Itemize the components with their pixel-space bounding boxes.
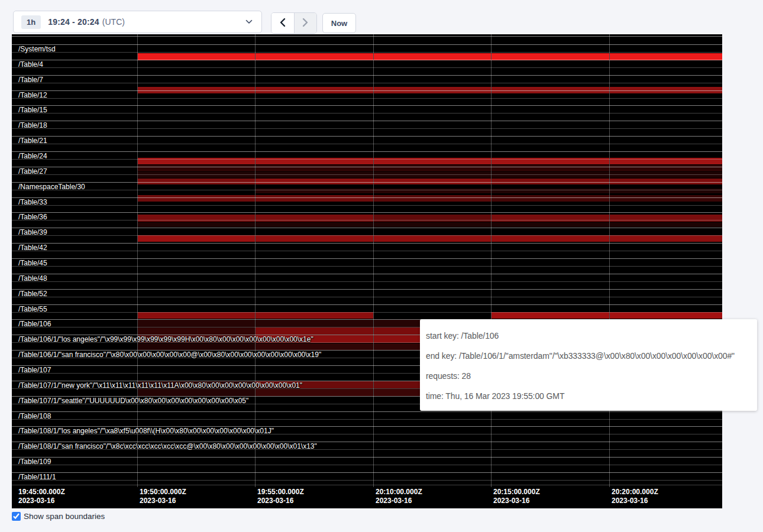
heatmap-band-cell[interactable] [255, 235, 373, 242]
heatmap-band-cell[interactable] [137, 172, 255, 178]
next-time-button[interactable] [294, 13, 317, 33]
span-boundary-line [12, 258, 722, 259]
span-boundary-line [12, 297, 722, 297]
heatmap-band-cell[interactable] [255, 312, 373, 319]
span-boundary-line [12, 90, 722, 91]
span-boundary-line [12, 485, 722, 485]
heatmap-band-cell[interactable] [373, 165, 491, 171]
key-visualizer-canvas[interactable]: /System/tsd/Table/4/Table/7/Table/12/Tab… [12, 34, 722, 508]
span-boundary-line [12, 60, 722, 60]
span-boundary-line [12, 159, 722, 160]
time-range-badge: 1h [21, 15, 41, 29]
span-boundary-line [12, 304, 722, 305]
toolbar: 1h 19:24 - 20:24 (UTC) Now [0, 0, 763, 34]
row-key-label: /Table/24 [18, 152, 47, 160]
heatmap-band-cell[interactable] [491, 172, 609, 178]
heatmap-band-cell[interactable] [255, 165, 373, 171]
tooltip-end-key: end key: /Table/106/1/"amsterdam"/"\xb33… [426, 346, 751, 366]
row-key-label: /Table/21 [18, 137, 47, 145]
heatmap-band-cell[interactable] [137, 343, 255, 350]
now-button[interactable]: Now [322, 13, 356, 33]
heatmap-band-cell[interactable] [255, 215, 373, 222]
heatmap-band-cell[interactable] [255, 343, 373, 350]
row-key-label: /Table/12 [18, 91, 47, 99]
previous-time-button[interactable] [271, 13, 294, 33]
row-key-label: /Table/106/1/"los angeles"/"\x99\x99\x99… [18, 335, 313, 343]
row-key-label: /Table/111/1 [18, 473, 56, 481]
row-key-label: /Table/108 [18, 412, 51, 420]
row-key-label: /Table/108/1/"los angeles"/"\xa8\xf5\u00… [18, 427, 274, 435]
heatmap-band-cell[interactable] [491, 222, 609, 227]
heatmap-band-cell[interactable] [255, 172, 373, 178]
heatmap-band-cell[interactable] [373, 222, 491, 227]
span-boundary-line [12, 190, 722, 190]
heatmap-band-cell[interactable] [491, 312, 609, 319]
x-axis-time-label: 20:15:00.000Z [493, 488, 540, 497]
heatmap-band-cell[interactable] [255, 389, 373, 396]
span-boundary-line [12, 98, 722, 99]
span-boundary-line [12, 243, 722, 244]
span-tooltip: start key: /Table/106 end key: /Table/10… [420, 319, 757, 411]
heatmap-band-cell[interactable] [137, 222, 255, 227]
span-boundary-line [12, 212, 722, 213]
heatmap-band-cell[interactable] [609, 312, 722, 319]
heatmap-band-cell[interactable] [491, 215, 609, 222]
heatmap-band-cell[interactable] [137, 312, 255, 319]
heatmap-band-cell[interactable] [609, 235, 722, 242]
show-span-boundaries-checkbox[interactable] [12, 512, 21, 521]
heatmap-band-cell[interactable] [137, 320, 255, 327]
row-key-label: /NamespaceTable/30 [18, 183, 85, 191]
span-boundary-line [12, 312, 722, 313]
heatmap-band-cell[interactable] [255, 327, 373, 335]
heatmap-band-cell[interactable] [255, 179, 373, 184]
span-boundary-line [12, 411, 722, 412]
span-boundary-line [12, 472, 722, 473]
span-boundary-line [12, 220, 722, 220]
heatmap-band-cell[interactable] [609, 165, 722, 171]
row-key-label: /Table/106 [18, 320, 51, 328]
span-boundary-line [12, 251, 722, 251]
x-axis-time-label: 19:45:00.000Z [18, 488, 65, 497]
heatmap-band-cell[interactable] [137, 195, 255, 202]
heatmap-band-cell[interactable] [609, 195, 722, 202]
heatmap-band-cell[interactable] [137, 235, 255, 242]
heatmap-band-cell[interactable] [255, 195, 373, 202]
row-key-label: /Table/55 [18, 305, 47, 313]
x-axis-time-label: 19:50:00.000Z [140, 488, 186, 497]
heatmap-band-cell[interactable] [491, 165, 609, 171]
heatmap-band-cell[interactable] [491, 179, 609, 184]
span-boundary-line [12, 36, 722, 37]
row-key-label: /Table/45 [18, 259, 47, 267]
heatmap-band-cell[interactable] [373, 179, 491, 184]
heatmap-band-cell[interactable] [373, 195, 491, 202]
heatmap-band-cell[interactable] [609, 172, 722, 178]
heatmap-band-cell[interactable] [137, 215, 255, 222]
span-boundary-line [12, 289, 722, 290]
span-boundary-line [12, 121, 722, 121]
heatmap-band-cell[interactable] [373, 172, 491, 178]
span-boundary-line [12, 480, 722, 481]
x-axis-date-label: 2023-03-16 [257, 497, 293, 505]
heatmap-band-cell[interactable] [137, 327, 255, 335]
span-boundary-line [12, 136, 722, 137]
span-boundary-line [12, 419, 722, 420]
span-boundary-line [12, 44, 722, 45]
heatmap-band-cell[interactable] [609, 222, 722, 227]
heatmap-band-cell[interactable] [491, 195, 609, 202]
heatmap-band-cell[interactable] [137, 389, 255, 396]
heatmap-band-cell[interactable] [373, 235, 491, 242]
row-key-label: /Table/52 [18, 290, 47, 298]
heatmap-band-cell[interactable] [373, 215, 491, 222]
heatmap-band-cell[interactable] [137, 179, 255, 184]
time-range-select[interactable]: 1h 19:24 - 20:24 (UTC) [13, 11, 262, 33]
heatmap-band-cell[interactable] [137, 165, 255, 171]
x-axis-time-label: 20:20:00.000Z [612, 488, 658, 497]
heatmap-band-cell[interactable] [609, 179, 722, 184]
heatmap-band-cell[interactable] [491, 235, 609, 242]
span-boundary-line [12, 83, 722, 83]
heatmap-band-cell[interactable] [609, 215, 722, 222]
row-key-label: /Table/15 [18, 106, 47, 114]
heatmap-band-cell[interactable] [255, 320, 373, 327]
time-nav-button-group [271, 12, 317, 34]
heatmap-band-cell[interactable] [255, 222, 373, 227]
